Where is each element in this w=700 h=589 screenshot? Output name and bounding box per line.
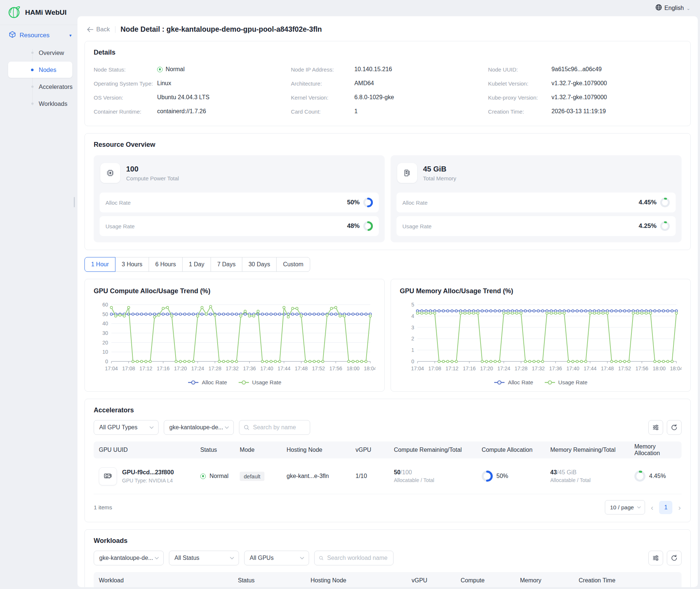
svg-text:17:56: 17:56 [329,365,342,371]
field-container-runtime: Container Runtime: containerd://1.7.26 [94,104,287,118]
chart-legend: Alloc Rate Usage Rate [94,379,375,385]
accelerator-search-input[interactable] [252,424,305,431]
svg-text:2: 2 [411,336,414,342]
svg-text:17:16: 17:16 [157,365,170,371]
gpu-status: Normal [195,473,235,479]
compute-caption: Compute Power Total [126,175,179,181]
chart-legend: Alloc Rate Usage Rate [400,379,682,385]
gpu-card-icon [99,467,117,485]
gpu-compute-trend-chart: 010203040506017:0417:0817:1217:1617:2017… [94,300,375,378]
next-page-icon[interactable]: › [678,504,682,511]
svg-text:18:00: 18:00 [653,365,666,371]
sidebar-item-resources[interactable]: Resources ▾ [0,25,77,43]
gpu-memory-trend-chart: 01234517:0417:0817:1217:1617:2017:2417:2… [400,300,682,378]
memory-allocation: 4.45% [629,471,682,482]
svg-text:30: 30 [102,330,108,336]
sidebar-item-overview[interactable]: Overview [8,45,72,61]
svg-text:50: 50 [102,311,108,317]
workload-search[interactable] [314,551,394,565]
total-memory-card: 45 GiB Total Memory Alloc Rate 4.45% Usa… [391,155,682,242]
legend-usage-rate[interactable]: Usage Rate [544,379,588,385]
chevron-down-icon [225,426,229,429]
workloads-panel: Workloads gke-kantaloupe-de... All Statu… [84,529,691,587]
caret-down-icon: ▾ [69,33,72,38]
refresh-button[interactable] [667,551,682,565]
page-number[interactable]: 1 [659,501,672,514]
sidebar-collapse-handle[interactable] [74,197,75,207]
svg-text:17:04: 17:04 [105,365,118,371]
page-header: Back Node Detail : gke-kantaloupe-demo-g… [77,16,698,41]
svg-text:17:32: 17:32 [226,365,239,371]
back-button[interactable]: Back [87,26,110,33]
sliders-icon [652,424,659,431]
language-selector[interactable]: English [665,5,684,11]
sidebar-item-accelerators[interactable]: Accelerators [8,79,72,95]
page-size-select[interactable]: 10 / page [605,500,645,514]
memory-remaining-total: 43/45 GiB Allocatable / Total [545,469,629,483]
compute-allocation: 50% [477,471,545,482]
tab-30-days[interactable]: 30 Days [242,257,277,272]
time-range-tabs: 1 Hour 3 Hours 6 Hours 1 Day 7 Days 30 D… [84,257,691,272]
accelerator-search[interactable] [239,420,310,435]
sidebar-item-label: Nodes [39,66,56,73]
legend-alloc-rate[interactable]: Alloc Rate [188,379,227,385]
sidebar-item-label: Workloads [39,100,67,107]
search-icon [319,555,323,561]
svg-text:17:12: 17:12 [446,365,458,371]
tab-1-day[interactable]: 1 Day [182,257,211,272]
gpu-memory-trend-card: GPU Memory Alloc/Usage Trend (%) 0123451… [391,279,691,392]
svg-text:17:32: 17:32 [532,365,545,371]
svg-text:17:48: 17:48 [295,365,308,371]
tab-6-hours[interactable]: 6 Hours [149,257,183,272]
usage-rate-donut [660,221,670,231]
resources-cube-icon [9,31,16,39]
sliders-icon [652,555,659,561]
legend-alloc-rate[interactable]: Alloc Rate [494,379,533,385]
svg-text:18:04: 18:04 [670,365,682,371]
workload-status-select[interactable]: All Status [169,551,239,565]
svg-text:17:28: 17:28 [514,365,527,371]
memory-total: 45 GiB [423,165,456,173]
column-settings-button[interactable] [648,420,663,435]
node-select[interactable]: gke-kantaloupe-de... [164,420,234,435]
svg-text:17:20: 17:20 [174,365,187,371]
tab-1-hour[interactable]: 1 Hour [84,257,115,272]
tab-7-days[interactable]: 7 Days [211,257,242,272]
field-node-ip: Node IP Address: 10.140.15.216 [291,62,485,76]
svg-text:17:36: 17:36 [549,365,562,371]
legend-usage-rate[interactable]: Usage Rate [238,379,281,385]
gpu-compute-trend-card: GPU Compute Alloc/Usage Trend (%) 010203… [84,279,385,392]
topbar: English ⌄ [77,0,700,16]
sidebar-item-workloads[interactable]: Workloads [8,96,72,112]
sidebar-item-nodes[interactable]: Nodes [8,62,72,78]
refresh-button[interactable] [667,420,682,435]
svg-text:1: 1 [411,347,414,353]
field-node-uuid: Node UUID: 9a615c96...a06c49 [488,62,682,76]
svg-text:17:08: 17:08 [428,365,441,371]
sidebar-item-label: Accelerators [39,83,73,90]
gpu-type-select[interactable]: All GPU Types [94,420,159,435]
field-os-version: OS Version: Ubuntu 24.04.3 LTS [94,90,287,104]
field-kernel-version: Kernel Version: 6.8.0-1029-gke [291,90,485,104]
column-settings-button[interactable] [648,551,663,565]
status-normal-icon [157,67,163,72]
bullet-icon [31,86,34,88]
field-creation-time: Creation Time: 2026-03-13 11:19:19 [488,104,682,118]
accelerators-filters: All GPU Types gke-kantaloupe-de... [94,420,682,435]
refresh-icon [671,555,678,561]
workload-node-select[interactable]: gke-kantaloupe-de... [94,551,164,565]
workload-search-input[interactable] [326,554,389,562]
compute-allocation-donut [482,471,493,482]
prev-page-icon[interactable]: ‹ [650,504,654,511]
tab-3-hours[interactable]: 3 Hours [115,257,149,272]
workload-gpus-select[interactable]: All GPUs [244,551,309,565]
accelerator-table-row[interactable]: GPU-f9cd...23f800 GPU Type: NVIDIA L4 No… [94,458,682,494]
tab-custom[interactable]: Custom [276,257,310,272]
memory-usage-rate-row: Usage Rate 4.25% [396,216,676,236]
memory-caption: Total Memory [423,175,456,181]
chevron-down-icon [300,557,304,559]
gpu-uuid[interactable]: GPU-f9cd...23f800 [122,469,174,476]
svg-text:17:16: 17:16 [463,365,476,371]
line-marker-icon [238,380,249,385]
svg-text:40: 40 [102,321,108,326]
